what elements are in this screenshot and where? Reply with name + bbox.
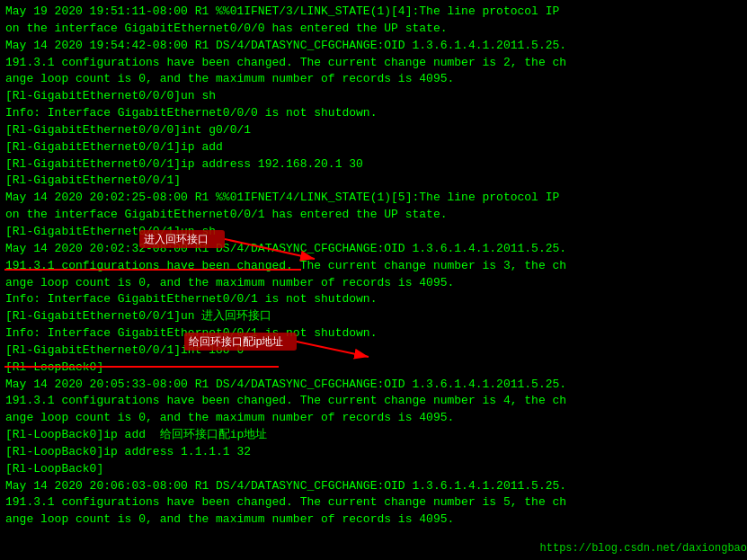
terminal-line: Info: Interface GigabitEthernet0/0/1 is … — [5, 325, 742, 342]
terminal-line: May 14 2020 20:02:25-08:00 R1 %%01IFNET/… — [5, 190, 742, 207]
terminal-line: on the interface GigabitEthernet0/0/1 ha… — [5, 207, 742, 224]
terminal-line: on the interface GigabitEthernet0/0/0 ha… — [5, 21, 742, 38]
terminal-line: May 14 2020 19:54:42-08:00 R1 DS/4/DATAS… — [5, 38, 742, 55]
terminal-line: 191.3.1 configurations have been changed… — [5, 494, 742, 511]
terminal-line: [Rl-LoopBack0] — [5, 461, 742, 478]
terminal-line: [Rl-GigabitEthernet0/0/1]un sh — [5, 224, 742, 241]
watermark: https://blog.csdn.net/daxiongbao — [540, 541, 747, 556]
terminal-line: [Rl-LoopBack0]ip address 1.1.1.1 32 — [5, 444, 742, 461]
terminal-output: May 19 2020 19:51:11-08:00 R1 %%01IFNET/… — [5, 4, 742, 529]
terminal-line: [Rl-GigabitEthernet0/0/1] — [5, 173, 742, 190]
terminal-line: May 19 2020 19:51:11-08:00 R1 %%01IFNET/… — [5, 4, 742, 21]
terminal-line: ange loop count is 0, and the maximum nu… — [5, 71, 742, 88]
terminal-line: Info: Interface GigabitEthernet0/0/1 is … — [5, 291, 742, 308]
terminal-line: May 14 2020 20:02:32-08:00 R1 DS/4/DATAS… — [5, 241, 742, 258]
terminal-window: May 19 2020 19:51:11-08:00 R1 %%01IFNET/… — [0, 0, 747, 560]
terminal-line: 191.3.1 configurations have been changed… — [5, 393, 742, 410]
terminal-line: ange loop count is 0, and the maximum nu… — [5, 410, 742, 427]
terminal-line: [Rl-GigabitEthernet0/0/1]int loo 0 — [5, 342, 742, 360]
terminal-line: ange loop count is 0, and the maximum nu… — [5, 275, 742, 292]
terminal-line: Info: Interface GigabitEthernet0/0/0 is … — [5, 105, 742, 122]
terminal-line: May 14 2020 20:05:33-08:00 R1 DS/4/DATAS… — [5, 377, 742, 394]
terminal-line: [Rl-LoopBack0] — [5, 360, 742, 377]
terminal-line: [Rl-GigabitEthernet0/0/0]un sh — [5, 88, 742, 105]
terminal-line: [Rl-GigabitEthernet0/0/1]un 进入回环接口 — [5, 308, 742, 325]
terminal-line: 191.3.1 configurations have been changed… — [5, 55, 742, 72]
terminal-line: [Rl-GigabitEthernet0/0/0]int g0/0/1 — [5, 122, 742, 139]
terminal-line: [Rl-GigabitEthernet0/0/1]ip address 192.… — [5, 156, 742, 173]
terminal-line: [Rl-LoopBack0]ip add 给回环接口配ip地址 — [5, 427, 742, 444]
terminal-line: [Rl-GigabitEthernet0/0/1]ip add — [5, 139, 742, 156]
terminal-line: ange loop count is 0, and the maximum nu… — [5, 511, 742, 529]
terminal-line: 191.3.1 configurations have been changed… — [5, 258, 742, 275]
terminal-line: May 14 2020 20:06:03-08:00 R1 DS/4/DATAS… — [5, 478, 742, 495]
